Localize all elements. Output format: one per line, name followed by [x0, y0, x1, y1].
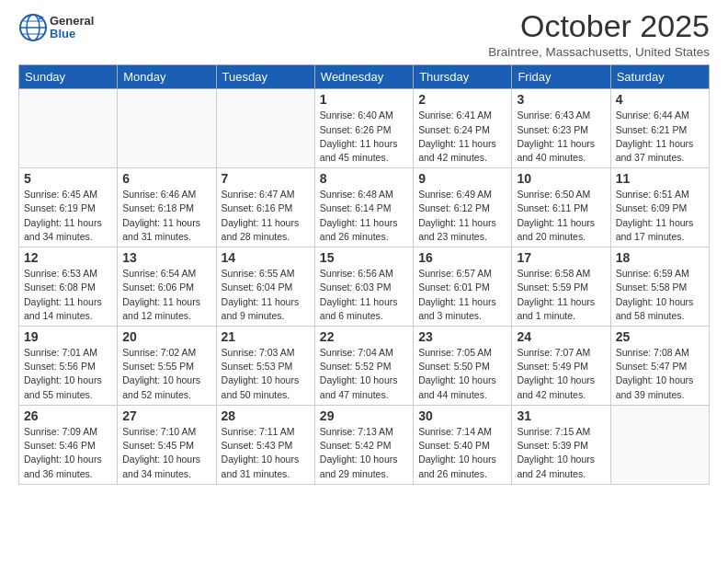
page-container: General Blue October 2025 Braintree, Mas…	[0, 0, 728, 563]
calendar-table: SundayMondayTuesdayWednesdayThursdayFrid…	[18, 64, 710, 484]
day-number: 19	[24, 329, 112, 344]
day-number: 13	[122, 250, 210, 265]
weekday-header: Wednesday	[314, 65, 413, 89]
calendar-cell: 21Sunrise: 7:03 AMSunset: 5:53 PMDayligh…	[216, 327, 314, 406]
calendar-cell: 3Sunrise: 6:43 AMSunset: 6:23 PMDaylight…	[512, 89, 610, 168]
day-number: 28	[222, 408, 310, 423]
day-number: 2	[418, 92, 506, 107]
day-info: Sunrise: 6:45 AMSunset: 6:19 PMDaylight:…	[24, 188, 112, 244]
calendar-cell: 31Sunrise: 7:15 AMSunset: 5:39 PMDayligh…	[512, 405, 610, 484]
day-number: 22	[320, 329, 408, 344]
day-info: Sunrise: 6:59 AMSunset: 5:58 PMDaylight:…	[616, 267, 704, 323]
day-number: 29	[320, 408, 408, 423]
calendar-cell: 23Sunrise: 7:05 AMSunset: 5:50 PMDayligh…	[414, 327, 512, 406]
calendar-cell: 12Sunrise: 6:53 AMSunset: 6:08 PMDayligh…	[19, 247, 118, 327]
day-number: 20	[122, 329, 210, 344]
weekday-header: Friday	[512, 65, 610, 89]
calendar-cell	[118, 89, 216, 168]
calendar-cell: 11Sunrise: 6:51 AMSunset: 6:09 PMDayligh…	[610, 168, 709, 247]
calendar-cell	[19, 89, 118, 168]
day-info: Sunrise: 6:44 AMSunset: 6:21 PMDaylight:…	[616, 109, 704, 165]
calendar-cell: 17Sunrise: 6:58 AMSunset: 5:59 PMDayligh…	[512, 247, 610, 327]
day-info: Sunrise: 7:14 AMSunset: 5:40 PMDaylight:…	[418, 425, 506, 481]
globe-icon	[18, 13, 48, 42]
calendar-cell: 25Sunrise: 7:08 AMSunset: 5:47 PMDayligh…	[610, 327, 709, 406]
logo-blue: Blue	[50, 28, 94, 40]
day-info: Sunrise: 6:46 AMSunset: 6:18 PMDaylight:…	[122, 188, 210, 244]
calendar-cell: 7Sunrise: 6:47 AMSunset: 6:16 PMDaylight…	[216, 168, 314, 247]
day-number: 26	[24, 408, 112, 423]
day-info: Sunrise: 7:08 AMSunset: 5:47 PMDaylight:…	[616, 346, 704, 402]
week-row: 26Sunrise: 7:09 AMSunset: 5:46 PMDayligh…	[19, 405, 710, 484]
calendar-cell: 22Sunrise: 7:04 AMSunset: 5:52 PMDayligh…	[314, 327, 413, 406]
calendar-cell: 10Sunrise: 6:50 AMSunset: 6:11 PMDayligh…	[512, 168, 610, 247]
day-number: 10	[517, 171, 605, 186]
calendar-cell: 24Sunrise: 7:07 AMSunset: 5:49 PMDayligh…	[512, 327, 610, 406]
month-title: October 2025	[488, 9, 710, 43]
day-info: Sunrise: 6:48 AMSunset: 6:14 PMDaylight:…	[320, 188, 408, 244]
calendar-cell: 28Sunrise: 7:11 AMSunset: 5:43 PMDayligh…	[216, 405, 314, 484]
week-row: 1Sunrise: 6:40 AMSunset: 6:26 PMDaylight…	[19, 89, 710, 168]
calendar-cell: 1Sunrise: 6:40 AMSunset: 6:26 PMDaylight…	[314, 89, 413, 168]
calendar-cell: 8Sunrise: 6:48 AMSunset: 6:14 PMDaylight…	[314, 168, 413, 247]
header: General Blue October 2025 Braintree, Mas…	[0, 0, 728, 64]
weekday-header: Tuesday	[216, 65, 314, 89]
week-row: 19Sunrise: 7:01 AMSunset: 5:56 PMDayligh…	[19, 327, 710, 406]
day-number: 12	[24, 250, 112, 265]
day-number: 7	[222, 171, 310, 186]
day-info: Sunrise: 6:58 AMSunset: 5:59 PMDaylight:…	[517, 267, 605, 323]
day-info: Sunrise: 7:15 AMSunset: 5:39 PMDaylight:…	[517, 425, 605, 481]
weekday-header: Monday	[118, 65, 216, 89]
day-info: Sunrise: 6:51 AMSunset: 6:09 PMDaylight:…	[616, 188, 704, 244]
day-info: Sunrise: 6:47 AMSunset: 6:16 PMDaylight:…	[222, 188, 310, 244]
day-number: 6	[122, 171, 210, 186]
day-number: 23	[418, 329, 506, 344]
day-info: Sunrise: 6:56 AMSunset: 6:03 PMDaylight:…	[320, 267, 408, 323]
day-number: 4	[616, 92, 704, 107]
calendar-cell: 5Sunrise: 6:45 AMSunset: 6:19 PMDaylight…	[19, 168, 118, 247]
day-number: 16	[418, 250, 506, 265]
day-number: 17	[517, 250, 605, 265]
calendar-cell	[610, 405, 709, 484]
day-info: Sunrise: 6:40 AMSunset: 6:26 PMDaylight:…	[320, 109, 408, 165]
calendar-body: 1Sunrise: 6:40 AMSunset: 6:26 PMDaylight…	[19, 89, 710, 484]
day-info: Sunrise: 7:03 AMSunset: 5:53 PMDaylight:…	[222, 346, 310, 402]
day-info: Sunrise: 7:02 AMSunset: 5:55 PMDaylight:…	[122, 346, 210, 402]
day-info: Sunrise: 6:41 AMSunset: 6:24 PMDaylight:…	[418, 109, 506, 165]
calendar-cell: 29Sunrise: 7:13 AMSunset: 5:42 PMDayligh…	[314, 405, 413, 484]
weekday-header: Sunday	[19, 65, 118, 89]
calendar-cell: 27Sunrise: 7:10 AMSunset: 5:45 PMDayligh…	[118, 405, 216, 484]
day-number: 14	[222, 250, 310, 265]
day-number: 1	[320, 92, 408, 107]
day-number: 25	[616, 329, 704, 344]
day-number: 8	[320, 171, 408, 186]
day-info: Sunrise: 7:05 AMSunset: 5:50 PMDaylight:…	[418, 346, 506, 402]
day-number: 15	[320, 250, 408, 265]
logo-general: General	[50, 15, 94, 28]
calendar-cell	[216, 89, 314, 168]
day-number: 21	[222, 329, 310, 344]
weekday-header: Saturday	[610, 65, 709, 89]
calendar-cell: 14Sunrise: 6:55 AMSunset: 6:04 PMDayligh…	[216, 247, 314, 327]
title-block: October 2025 Braintree, Massachusetts, U…	[488, 9, 710, 59]
day-info: Sunrise: 7:11 AMSunset: 5:43 PMDaylight:…	[222, 425, 310, 481]
calendar-cell: 2Sunrise: 6:41 AMSunset: 6:24 PMDaylight…	[414, 89, 512, 168]
day-info: Sunrise: 6:54 AMSunset: 6:06 PMDaylight:…	[122, 267, 210, 323]
day-number: 5	[24, 171, 112, 186]
calendar-cell: 4Sunrise: 6:44 AMSunset: 6:21 PMDaylight…	[610, 89, 709, 168]
calendar-cell: 9Sunrise: 6:49 AMSunset: 6:12 PMDaylight…	[414, 168, 512, 247]
calendar-cell: 18Sunrise: 6:59 AMSunset: 5:58 PMDayligh…	[610, 247, 709, 327]
calendar-cell: 13Sunrise: 6:54 AMSunset: 6:06 PMDayligh…	[118, 247, 216, 327]
calendar-cell: 20Sunrise: 7:02 AMSunset: 5:55 PMDayligh…	[118, 327, 216, 406]
day-number: 30	[418, 408, 506, 423]
day-info: Sunrise: 6:55 AMSunset: 6:04 PMDaylight:…	[222, 267, 310, 323]
calendar-cell: 19Sunrise: 7:01 AMSunset: 5:56 PMDayligh…	[19, 327, 118, 406]
calendar-cell: 15Sunrise: 6:56 AMSunset: 6:03 PMDayligh…	[314, 247, 413, 327]
day-number: 24	[517, 329, 605, 344]
day-info: Sunrise: 7:09 AMSunset: 5:46 PMDaylight:…	[24, 425, 112, 481]
day-number: 11	[616, 171, 704, 186]
day-number: 27	[122, 408, 210, 423]
location: Braintree, Massachusetts, United States	[488, 45, 710, 59]
calendar-header: SundayMondayTuesdayWednesdayThursdayFrid…	[19, 65, 710, 89]
day-info: Sunrise: 6:57 AMSunset: 6:01 PMDaylight:…	[418, 267, 506, 323]
